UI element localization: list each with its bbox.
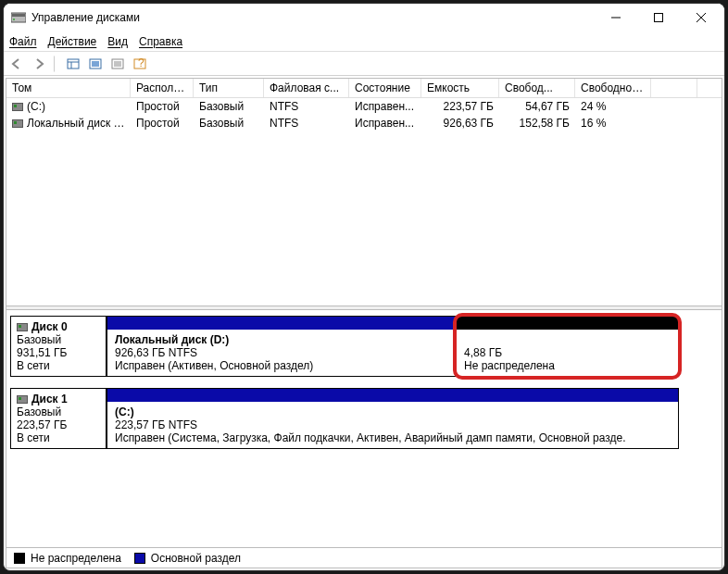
disk-row: Диск 1Базовый223,57 ГБВ сети (C:)223,57 … — [10, 388, 718, 449]
table-row[interactable]: Локальный диск (...ПростойБазовыйNTFSИсп… — [6, 115, 722, 131]
svg-text:?: ? — [138, 58, 144, 69]
content: Том Располо... Тип Файловая с... Состоян… — [6, 78, 722, 568]
disk-graphical-view: Диск 0Базовый931,51 ГБВ сетиЛокальный ди… — [6, 310, 722, 547]
volume-icon — [12, 103, 23, 111]
show-graphical-button[interactable] — [107, 54, 128, 74]
disk-info[interactable]: Диск 1Базовый223,57 ГБВ сети — [10, 388, 107, 449]
col-freepct[interactable]: Свободно % — [575, 79, 651, 97]
menu-view[interactable]: Вид — [107, 35, 128, 48]
svg-point-2 — [13, 19, 15, 20]
back-button[interactable] — [7, 54, 28, 74]
disk-row: Диск 0Базовый931,51 ГБВ сетиЛокальный ди… — [10, 316, 718, 377]
list-header[interactable]: Том Располо... Тип Файловая с... Состоян… — [6, 79, 722, 98]
menu-file[interactable]: Файл — [9, 35, 37, 48]
partition-stripe — [457, 317, 678, 330]
svg-rect-1 — [12, 14, 25, 17]
close-button[interactable] — [680, 4, 722, 31]
disk-info[interactable]: Диск 0Базовый931,51 ГБВ сети — [10, 316, 107, 377]
svg-rect-7 — [68, 59, 79, 69]
col-filesystem[interactable]: Файловая с... — [264, 79, 349, 97]
col-extra[interactable] — [651, 79, 697, 97]
legend-swatch-unallocated — [14, 553, 25, 564]
titlebar[interactable]: Управление дисками — [4, 4, 724, 31]
help-button[interactable]: ? — [130, 54, 150, 74]
svg-rect-11 — [92, 61, 99, 67]
col-free[interactable]: Свобод... — [499, 79, 575, 97]
disk-icon — [17, 323, 28, 331]
svg-rect-4 — [655, 14, 663, 22]
partition-primary[interactable]: (C:)223,57 ГБ NTFSИсправен (Система, Заг… — [107, 388, 679, 449]
show-list-button[interactable] — [63, 54, 83, 74]
window: Управление дисками Файл Действие Вид Спр… — [3, 3, 725, 571]
col-capacity[interactable]: Емкость — [421, 79, 499, 97]
toolbar: ? — [4, 52, 724, 76]
volume-list[interactable]: Том Располо... Тип Файловая с... Состоян… — [6, 79, 722, 306]
volume-icon — [12, 119, 23, 128]
minimize-button[interactable] — [595, 4, 637, 31]
col-status[interactable]: Состояние — [349, 79, 421, 97]
partition-stripe — [107, 389, 678, 402]
disk-icon — [17, 395, 28, 404]
legend-label-primary: Основной раздел — [151, 552, 241, 565]
menu-help[interactable]: Справка — [139, 35, 182, 48]
refresh-button[interactable] — [85, 54, 106, 74]
col-volume[interactable]: Том — [6, 79, 131, 97]
legend-swatch-primary — [134, 553, 145, 564]
col-layout[interactable]: Располо... — [131, 79, 194, 97]
col-type[interactable]: Тип — [194, 79, 264, 97]
menubar: Файл Действие Вид Справка — [4, 31, 724, 52]
menu-action[interactable]: Действие — [48, 35, 97, 48]
partition-stripe — [107, 317, 456, 330]
partition-primary[interactable]: Локальный диск (D:)926,63 ГБ NTFSИсправе… — [107, 316, 457, 377]
maximize-button[interactable] — [637, 4, 680, 31]
partition-unallocated[interactable]: 4,88 ГБНе распределена — [457, 316, 679, 377]
forward-button[interactable] — [30, 54, 50, 74]
legend: Не распределена Основной раздел — [6, 547, 722, 568]
table-row[interactable]: (C:)ПростойБазовыйNTFSИсправен...223,57 … — [6, 98, 722, 115]
app-icon — [11, 11, 26, 24]
window-title: Управление дисками — [31, 11, 595, 24]
legend-label-unallocated: Не распределена — [31, 552, 121, 565]
toolbar-separator — [54, 56, 59, 72]
